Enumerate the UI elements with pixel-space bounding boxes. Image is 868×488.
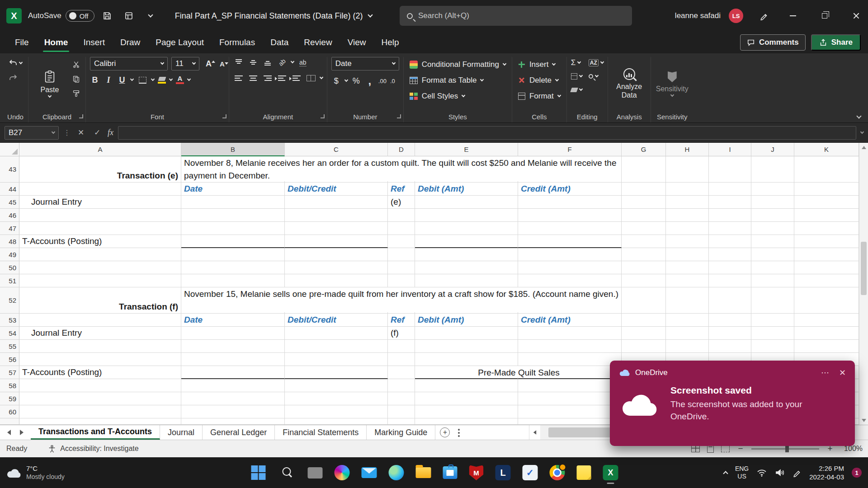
cell-a57[interactable]: T-Accounts (Posting) bbox=[19, 366, 181, 379]
percent-format-button[interactable]: % bbox=[351, 76, 361, 86]
cell-h47[interactable] bbox=[666, 222, 709, 235]
sticky-notes-icon[interactable] bbox=[577, 465, 591, 480]
cell-e54[interactable] bbox=[415, 327, 518, 340]
weather-widget[interactable]: 7°C Mostly cloudy bbox=[0, 464, 65, 481]
column-header-a[interactable]: A bbox=[19, 143, 181, 156]
cell-d50[interactable] bbox=[388, 261, 415, 274]
qat-more-button[interactable] bbox=[142, 7, 160, 25]
cell-i48[interactable] bbox=[709, 235, 751, 248]
column-header-e[interactable]: E bbox=[415, 143, 518, 156]
cell-g47[interactable] bbox=[622, 222, 666, 235]
cell-e48[interactable] bbox=[415, 235, 518, 248]
column-header-b[interactable]: B bbox=[181, 143, 285, 156]
menu-tab-formulas[interactable]: Formulas bbox=[212, 32, 263, 53]
cell-g50[interactable] bbox=[622, 261, 666, 274]
cell-j53[interactable] bbox=[751, 314, 794, 327]
cell-k50[interactable] bbox=[794, 261, 859, 274]
autosum-button[interactable]: Σ bbox=[571, 57, 582, 69]
sensitivity-button[interactable]: Sensitivity bbox=[655, 57, 689, 111]
cell-a59[interactable] bbox=[19, 392, 181, 405]
select-all-button[interactable] bbox=[0, 143, 19, 156]
row-header-54[interactable]: 54 bbox=[0, 327, 19, 340]
font-color-button[interactable]: A bbox=[176, 76, 184, 84]
cell-d56[interactable] bbox=[388, 353, 415, 366]
menu-tab-page-layout[interactable]: Page Layout bbox=[148, 32, 212, 53]
cell-i51[interactable] bbox=[709, 274, 751, 287]
next-sheet-button[interactable] bbox=[20, 430, 24, 435]
cell-e50[interactable] bbox=[415, 261, 518, 274]
conditional-formatting-button[interactable]: Conditional Formatting bbox=[408, 57, 508, 72]
cell-g49[interactable] bbox=[622, 248, 666, 261]
cell-d45[interactable]: (e) bbox=[388, 196, 415, 209]
collapse-ribbon-button[interactable] bbox=[856, 113, 861, 118]
wifi-icon[interactable] bbox=[756, 468, 767, 477]
cell-c56[interactable] bbox=[285, 353, 388, 366]
cell-c55[interactable] bbox=[285, 340, 388, 353]
cell-c58[interactable] bbox=[285, 379, 388, 392]
cell-e51[interactable] bbox=[415, 274, 518, 287]
volume-icon[interactable] bbox=[775, 468, 785, 477]
cell-h51[interactable] bbox=[666, 274, 709, 287]
align-right-button[interactable] bbox=[262, 73, 273, 84]
increase-indent-button[interactable] bbox=[291, 73, 302, 84]
scroll-down-button[interactable] bbox=[859, 416, 868, 425]
menu-tab-help[interactable]: Help bbox=[373, 32, 406, 53]
menu-tab-insert[interactable]: Insert bbox=[75, 32, 113, 53]
cell-g53[interactable] bbox=[622, 314, 666, 327]
cell-d47[interactable] bbox=[388, 222, 415, 235]
row-header-60[interactable]: 60 bbox=[0, 405, 19, 418]
autosave-toggle[interactable]: Off bbox=[66, 10, 94, 22]
cell-e57[interactable]: Pre-Made Quilt Sales bbox=[415, 366, 518, 379]
cell-c44[interactable]: Debit/Credit bbox=[285, 183, 388, 196]
cell-h43[interactable] bbox=[666, 156, 709, 183]
cell-g48[interactable] bbox=[622, 235, 666, 248]
clock[interactable]: 2:26 PM 2022-04-03 bbox=[809, 464, 844, 481]
menu-tab-file[interactable]: File bbox=[7, 32, 37, 53]
format-as-table-button[interactable]: Format as Table bbox=[408, 73, 508, 88]
cell-a46[interactable] bbox=[19, 209, 181, 222]
column-header-c[interactable]: C bbox=[285, 143, 388, 156]
cell-a54[interactable]: Journal Entry bbox=[19, 327, 181, 340]
cell-f45[interactable] bbox=[518, 196, 622, 209]
row-header-49[interactable]: 49 bbox=[0, 248, 19, 261]
horizontal-scrollbar-thumb[interactable] bbox=[548, 427, 616, 437]
cell-e53[interactable]: Debit (Amt) bbox=[415, 314, 518, 327]
cell-e49[interactable] bbox=[415, 248, 518, 261]
row-header-55[interactable]: 55 bbox=[0, 340, 19, 353]
page-break-view-button[interactable] bbox=[721, 446, 730, 452]
cell-f46[interactable] bbox=[518, 209, 622, 222]
currency-format-button[interactable]: $ bbox=[331, 76, 341, 86]
cell-i45[interactable] bbox=[709, 196, 751, 209]
save-button[interactable] bbox=[98, 7, 116, 25]
cell-d54[interactable]: (f) bbox=[388, 327, 415, 340]
cell-f44[interactable]: Credit (Amt) bbox=[518, 183, 622, 196]
increase-decimal-button[interactable]: .00 bbox=[378, 78, 387, 84]
search-input[interactable]: Search (Alt+Q) bbox=[400, 6, 632, 26]
cell-g46[interactable] bbox=[622, 209, 666, 222]
cell-g52[interactable] bbox=[622, 287, 666, 314]
clipboard-dialog-launcher[interactable] bbox=[79, 114, 83, 118]
cell-h54[interactable] bbox=[666, 327, 709, 340]
cell-j50[interactable] bbox=[751, 261, 794, 274]
underline-button[interactable]: U bbox=[117, 75, 127, 85]
cell-i52[interactable] bbox=[709, 287, 751, 314]
cell-a55[interactable] bbox=[19, 340, 181, 353]
row-header-51[interactable]: 51 bbox=[0, 274, 19, 287]
column-header-k[interactable]: K bbox=[794, 143, 859, 156]
editing-mode-button[interactable] bbox=[755, 7, 773, 25]
cell-c60[interactable] bbox=[285, 405, 388, 418]
cell-j51[interactable] bbox=[751, 274, 794, 287]
column-header-f[interactable]: F bbox=[518, 143, 622, 156]
cell-styles-button[interactable]: Cell Styles bbox=[408, 89, 508, 103]
redo-button[interactable] bbox=[7, 72, 24, 84]
cell-b54[interactable] bbox=[181, 327, 285, 340]
delete-button[interactable]: Delete bbox=[516, 73, 562, 88]
merge-center-button[interactable] bbox=[306, 73, 316, 84]
decrease-indent-button[interactable] bbox=[277, 73, 288, 84]
toast-more-button[interactable]: ⋯ bbox=[821, 368, 829, 378]
cell-k52[interactable] bbox=[794, 287, 859, 314]
cell-b49[interactable] bbox=[181, 248, 285, 261]
fill-button[interactable] bbox=[571, 70, 582, 82]
scroll-up-button[interactable] bbox=[859, 143, 868, 152]
cell-h52[interactable] bbox=[666, 287, 709, 314]
